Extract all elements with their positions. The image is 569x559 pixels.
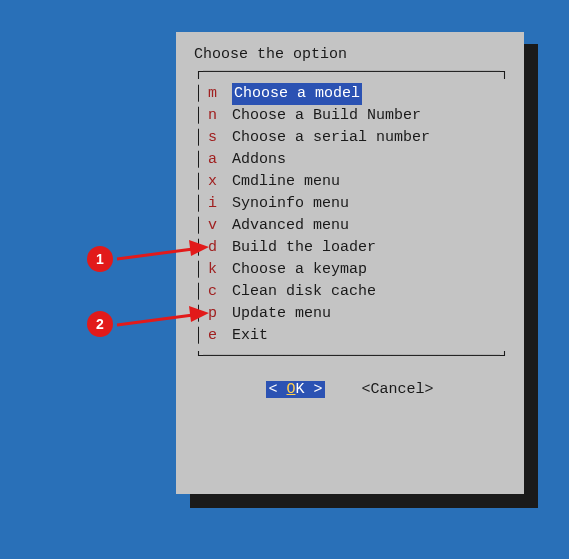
menu-label: Cmdline menu [232,171,340,193]
menu-item-addons[interactable]: │ a Addons [194,149,506,171]
arrow-icon [113,303,209,331]
menu-list: │ m Choose a model │ n Choose a Build Nu… [194,79,506,351]
border-pipe: │ [194,171,208,193]
menu-item-clean-cache[interactable]: │ c Clean disk cache [194,281,506,303]
menu-hotkey: s [208,127,232,149]
dialog-buttons: < OK > <Cancel> [194,381,506,398]
border-pipe: │ [194,83,208,105]
menu-item-choose-serial[interactable]: │ s Choose a serial number [194,127,506,149]
menu-hotkey: m [208,83,232,105]
annotation-badge-1: 1 [87,246,113,272]
menu-item-exit[interactable]: │ e Exit [194,325,506,347]
annotation-number: 1 [96,251,104,267]
ok-prefix: < [268,381,286,398]
menu-label: Addons [232,149,286,171]
menu-label: Clean disk cache [232,281,376,303]
svg-line-2 [117,315,193,325]
menu-label: Choose a serial number [232,127,430,149]
menu-hotkey: e [208,325,232,347]
menu-item-choose-model[interactable]: │ m Choose a model [194,83,506,105]
menu-label: Choose a Build Number [232,105,421,127]
menu-label: Build the loader [232,237,376,259]
arrow-icon [113,237,209,265]
ok-rest: K > [295,381,322,398]
border-pipe: │ [194,215,208,237]
menu-label: Exit [232,325,268,347]
list-border-top: ┌─────────────────────────────────┐ [194,67,506,79]
menu-label: Update menu [232,303,331,325]
svg-marker-3 [189,306,209,322]
annotation-badge-2: 2 [87,311,113,337]
cancel-button[interactable]: <Cancel> [362,381,434,398]
menu-item-update-menu[interactable]: │ p Update menu [194,303,506,325]
menu-hotkey: k [208,259,232,281]
border-pipe: │ [194,127,208,149]
menu-item-synoinfo[interactable]: │ i Synoinfo menu [194,193,506,215]
menu-item-choose-build[interactable]: │ n Choose a Build Number [194,105,506,127]
ok-button[interactable]: < OK > [266,381,324,398]
list-border-bottom: └─────────────────────────────────┘ [194,351,506,363]
menu-label: Advanced menu [232,215,349,237]
menu-hotkey: d [208,237,232,259]
menu-item-advanced[interactable]: │ v Advanced menu [194,215,506,237]
svg-line-0 [117,249,193,259]
svg-marker-1 [189,240,209,256]
menu-item-build-loader[interactable]: │ d Build the loader [194,237,506,259]
menu-label: Choose a keymap [232,259,367,281]
border-pipe: │ [194,193,208,215]
menu-hotkey: x [208,171,232,193]
dialog-title: Choose the option [194,46,506,63]
options-dialog: Choose the option ┌─────────────────────… [176,32,524,494]
menu-item-choose-keymap[interactable]: │ k Choose a keymap [194,259,506,281]
menu-hotkey: a [208,149,232,171]
menu-hotkey: v [208,215,232,237]
menu-label: Choose a model [232,83,362,105]
menu-hotkey: n [208,105,232,127]
border-pipe: │ [194,149,208,171]
border-pipe: │ [194,281,208,303]
menu-item-cmdline[interactable]: │ x Cmdline menu [194,171,506,193]
menu-hotkey: i [208,193,232,215]
border-pipe: │ [194,105,208,127]
menu-hotkey: p [208,303,232,325]
menu-hotkey: c [208,281,232,303]
annotation-number: 2 [96,316,104,332]
menu-label: Synoinfo menu [232,193,349,215]
